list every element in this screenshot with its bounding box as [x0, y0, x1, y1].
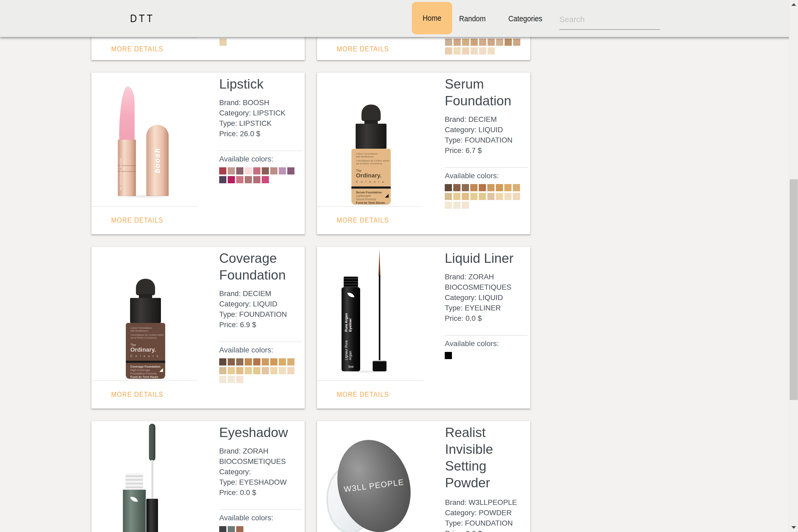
product-brand: Brand: BOOSH: [219, 97, 302, 108]
color-swatch: [462, 184, 469, 191]
product-title: Eyeshadow: [219, 424, 302, 441]
color-swatch: [479, 193, 486, 200]
color-swatch: [219, 167, 226, 174]
search-input[interactable]: [559, 10, 660, 29]
product-category: Category: LIPSTICK: [219, 108, 302, 118]
product-title: Realist Invisible Setting Powder: [445, 424, 528, 491]
product-type: Type: FOUNDATION: [445, 518, 528, 528]
color-swatch: [471, 39, 478, 46]
more-details-link[interactable]: MORE DETAILS: [317, 381, 423, 408]
product-media: no chemicals. period. boosh MORE DETAILS: [92, 73, 198, 234]
color-palette: [445, 184, 528, 209]
color-swatch: [262, 176, 269, 183]
liner-brush-tip: [379, 249, 380, 276]
liner-threads: [344, 277, 358, 288]
product-price: Price: 0.0 $: [445, 313, 528, 323]
bottle-brand: Ordinary.: [130, 347, 165, 353]
color-swatch: [219, 358, 226, 365]
nav-tab-categories[interactable]: Categories: [508, 0, 547, 37]
color-swatch: [253, 176, 261, 183]
color-swatch: [219, 367, 226, 374]
product-type: Type: LIPSTICK: [219, 118, 302, 129]
swatch-row: [219, 358, 302, 365]
more-details-link[interactable]: MORE DETAILS: [317, 38, 423, 60]
color-swatch: [279, 167, 286, 174]
color-swatch: [488, 48, 495, 55]
more-details-link[interactable]: MORE DETAILS: [92, 38, 198, 60]
product-category: Category: LIQUID: [219, 299, 302, 309]
info-divider: [219, 509, 302, 510]
product-info: Liquid Liner Brand: ZORAH BIOCOSMETIQUES…: [423, 247, 530, 408]
more-details-link[interactable]: MORE DETAILS: [92, 207, 198, 234]
color-swatch: [262, 367, 269, 374]
more-details-label: MORE DETAILS: [111, 391, 163, 399]
more-details-link[interactable]: MORE DETAILS: [92, 381, 198, 408]
color-swatch: [487, 193, 494, 200]
color-swatch: [445, 184, 452, 191]
product-brand: Brand: W3LLPEOPLE: [445, 497, 528, 508]
product-category: Category: LIQUID: [445, 125, 528, 135]
color-swatch: [513, 193, 520, 200]
bottle-cap: [130, 298, 161, 323]
color-swatch: [462, 193, 469, 200]
color-swatch: [453, 202, 460, 209]
nav-tab-home[interactable]: Home: [412, 2, 452, 34]
product-info: Coverage Foundation Brand: DECIEM Catego…: [198, 247, 305, 408]
bottle-cap: [356, 124, 386, 149]
product-media: Colour Formulations with Mindfulness. Co…: [317, 73, 423, 234]
info-divider: [219, 151, 302, 151]
color-swatch: [488, 39, 495, 46]
color-swatch: [496, 39, 503, 46]
pump-cap: [136, 279, 155, 295]
color-swatch: [287, 358, 294, 365]
color-swatch: [236, 167, 243, 174]
scrollbar-thumb[interactable]: [790, 179, 798, 400]
product-info: Realist Invisible Setting Powder Brand: …: [423, 421, 530, 532]
brand-leaf-logo-icon: [130, 495, 138, 503]
color-swatch: [228, 167, 235, 174]
scroll-down-icon: [791, 526, 796, 529]
more-details-label: MORE DETAILS: [111, 45, 163, 53]
swatch-row: [445, 202, 528, 209]
color-swatch: [253, 358, 261, 365]
color-swatch: [453, 193, 460, 200]
app-header: DTT Home Random Categories: [0, 0, 798, 37]
product-type: Type: EYESHADOW: [219, 477, 302, 487]
product-type: Type: FOUNDATION: [445, 135, 528, 145]
product-type: Type: EYELINER: [445, 303, 528, 313]
more-details-label: MORE DETAILS: [111, 216, 163, 225]
color-swatch: [445, 352, 452, 359]
vertical-scrollbar[interactable]: [789, 0, 798, 532]
color-swatch: [462, 202, 469, 209]
eyeshadow-cap: [126, 473, 143, 490]
product-card-lipstick: no chemicals. period. boosh MORE DETAILS…: [91, 72, 305, 234]
color-swatch: [479, 48, 486, 55]
product-category: Category: LIQUID: [445, 292, 528, 303]
scroll-up-button[interactable]: [789, 0, 798, 9]
color-swatch: [445, 202, 452, 209]
color-swatch: [228, 526, 235, 532]
color-swatch: [236, 376, 243, 383]
scroll-down-button[interactable]: [789, 523, 798, 532]
color-swatch: [445, 48, 452, 55]
swatch-row: [445, 184, 528, 191]
color-swatch: [228, 367, 235, 374]
color-swatch: [479, 39, 486, 46]
product-info: Serum Foundation Brand: DECIEM Category:…: [423, 73, 530, 234]
swatch-row: [219, 376, 302, 383]
product-image-serum-foundation: Colour Formulations with Mindfulness. Co…: [317, 73, 423, 207]
brand-leaf-logo-icon: [347, 291, 355, 299]
nav-tab-random[interactable]: Random: [459, 0, 489, 37]
more-details-link[interactable]: MORE DETAILS: [317, 207, 423, 234]
product-card-serum-foundation: Colour Formulations with Mindfulness. Co…: [317, 72, 530, 234]
color-swatch: [253, 167, 261, 174]
available-colors-label: Available colors:: [219, 513, 302, 523]
product-category: Category: POWDER: [445, 508, 528, 518]
lipstick-tube: no chemicals. period.: [118, 140, 136, 196]
product-grid: MORE DETAILS MORE DETAILS no chemicals. …: [91, 0, 530, 532]
bottle-body: Colour Formulations with Mindfulness. Co…: [126, 323, 165, 379]
product-image-setting-powder: W3LL PEOPLE: [317, 421, 423, 532]
color-swatch: [445, 193, 452, 200]
product-price: Price: 6.9 $: [219, 320, 302, 330]
product-image-liquid-liner: Ligneur Pure Argan Pure Argan Eyeliner 5…: [317, 247, 423, 381]
